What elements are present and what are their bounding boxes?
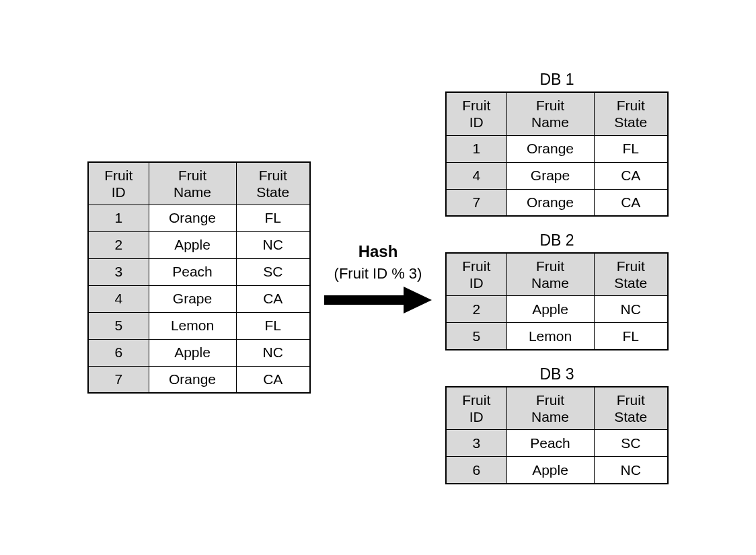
cell-fruit-name: Apple [506,457,594,484]
header-fruit-id: FruitID [446,253,506,296]
source-table: FruitID FruitName FruitState 1OrangeFL2A… [87,161,311,394]
hash-label: Hash [358,242,398,261]
cell-fruit-state: CA [594,162,668,189]
cell-fruit-id: 2 [88,231,149,258]
cell-fruit-name: Grape [149,285,236,312]
header-fruit-state: FruitState [594,387,668,430]
cell-fruit-state: FL [236,312,310,339]
header-fruit-state: FruitState [236,162,310,205]
cell-fruit-state: FL [594,323,668,350]
cell-fruit-id: 4 [446,162,506,189]
cell-fruit-state: NC [236,231,310,258]
partitions-column: DB 1FruitIDFruitNameFruitState1OrangeFL4… [445,71,669,484]
cell-fruit-state: SC [236,258,310,285]
header-fruit-name: FruitName [506,253,594,296]
cell-fruit-state: NC [594,296,668,323]
partition-table: FruitIDFruitNameFruitState1OrangeFL4Grap… [445,91,669,217]
cell-fruit-state: CA [236,366,310,393]
cell-fruit-state: FL [236,205,310,231]
hash-formula: (Fruit ID % 3) [334,265,422,283]
partition-block: DB 1FruitIDFruitNameFruitState1OrangeFL4… [445,71,669,217]
table-row: 5LemonFL [88,312,310,339]
table-row: 3PeachSC [446,430,668,457]
cell-fruit-id: 7 [88,366,149,393]
header-fruit-name: FruitName [506,387,594,430]
cell-fruit-name: Peach [149,258,236,285]
partition-block: DB 3FruitIDFruitNameFruitState3PeachSC6A… [445,365,669,484]
table-header-row: FruitIDFruitNameFruitState [446,253,668,296]
cell-fruit-name: Apple [149,231,236,258]
cell-fruit-name: Apple [149,339,236,366]
cell-fruit-id: 6 [446,457,506,484]
cell-fruit-state: SC [594,430,668,457]
cell-fruit-state: CA [236,285,310,312]
cell-fruit-id: 7 [446,189,506,216]
cell-fruit-name: Orange [506,189,594,216]
source-table-body: 1OrangeFL2AppleNC3PeachSC4GrapeCA5LemonF… [88,205,310,393]
table-header-row: FruitIDFruitNameFruitState [446,387,668,430]
svg-marker-1 [404,287,432,313]
cell-fruit-name: Grape [506,162,594,189]
diagram-container: FruitID FruitName FruitState 1OrangeFL2A… [0,0,756,555]
partition-block: DB 2FruitIDFruitNameFruitState2AppleNC5L… [445,231,669,350]
partition-title: DB 1 [539,71,574,89]
header-fruit-state: FruitState [594,253,668,296]
header-fruit-state: FruitState [594,92,668,135]
header-fruit-name: FruitName [506,92,594,135]
header-fruit-id: FruitID [446,92,506,135]
cell-fruit-id: 2 [446,296,506,323]
header-fruit-name: FruitName [149,162,236,205]
cell-fruit-name: Peach [506,430,594,457]
cell-fruit-id: 4 [88,285,149,312]
cell-fruit-name: Orange [506,135,594,162]
partition-title: DB 2 [539,231,574,250]
cell-fruit-id: 5 [88,312,149,339]
cell-fruit-id: 3 [446,430,506,457]
table-row: 6AppleNC [446,457,668,484]
table-row: 7OrangeCA [446,189,668,216]
cell-fruit-name: Lemon [506,323,594,350]
partition-table: FruitIDFruitNameFruitState3PeachSC6Apple… [445,386,669,484]
table-row: 1OrangeFL [88,205,310,231]
table-row: 6AppleNC [88,339,310,366]
header-fruit-id: FruitID [88,162,149,205]
cell-fruit-id: 6 [88,339,149,366]
table-header-row: FruitIDFruitNameFruitState [446,92,668,135]
cell-fruit-name: Orange [149,366,236,393]
table-row: 4GrapeCA [446,162,668,189]
table-row: 2AppleNC [446,296,668,323]
table-row: 1OrangeFL [446,135,668,162]
partition-title: DB 3 [539,365,574,383]
table-header-row: FruitID FruitName FruitState [88,162,310,205]
table-row: 7OrangeCA [88,366,310,393]
cell-fruit-id: 1 [446,135,506,162]
arrow-icon [324,287,432,313]
source-table-block: FruitID FruitName FruitState 1OrangeFL2A… [87,161,311,394]
cell-fruit-state: NC [236,339,310,366]
cell-fruit-id: 5 [446,323,506,350]
header-fruit-id: FruitID [446,387,506,430]
table-row: 2AppleNC [88,231,310,258]
svg-rect-0 [324,295,405,305]
cell-fruit-id: 3 [88,258,149,285]
table-row: 4GrapeCA [88,285,310,312]
cell-fruit-state: FL [594,135,668,162]
cell-fruit-id: 1 [88,205,149,231]
cell-fruit-state: NC [594,457,668,484]
cell-fruit-name: Apple [506,296,594,323]
hash-section: Hash (Fruit ID % 3) [324,242,432,313]
table-row: 3PeachSC [88,258,310,285]
cell-fruit-state: CA [594,189,668,216]
partition-table: FruitIDFruitNameFruitState2AppleNC5Lemon… [445,252,669,350]
table-row: 5LemonFL [446,323,668,350]
cell-fruit-name: Lemon [149,312,236,339]
cell-fruit-name: Orange [149,205,236,231]
